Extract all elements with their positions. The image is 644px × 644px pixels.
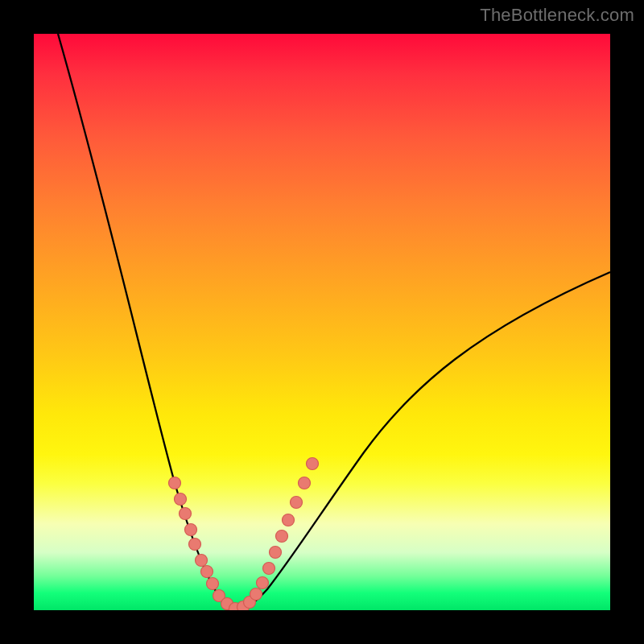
data-dot bbox=[250, 588, 262, 601]
data-dot bbox=[175, 493, 187, 506]
data-dot bbox=[189, 539, 201, 551]
data-dot bbox=[201, 566, 213, 578]
curve-layer bbox=[34, 34, 610, 610]
data-dot bbox=[257, 577, 269, 589]
data-dot bbox=[291, 497, 303, 509]
data-dot bbox=[283, 514, 295, 526]
chart-frame: TheBottleneck.com bbox=[0, 0, 644, 644]
data-dot bbox=[270, 547, 282, 559]
curve-right bbox=[237, 272, 610, 610]
data-dot bbox=[276, 530, 288, 543]
data-dot bbox=[169, 477, 181, 489]
data-dot bbox=[299, 477, 311, 489]
data-dot bbox=[263, 563, 275, 575]
data-dot bbox=[185, 524, 197, 536]
plot-area bbox=[34, 34, 610, 610]
data-dot bbox=[207, 578, 219, 590]
watermark-text: TheBottleneck.com bbox=[480, 5, 634, 26]
data-dot bbox=[196, 555, 208, 567]
curve-left bbox=[58, 34, 237, 610]
data-dot bbox=[180, 508, 192, 520]
data-dot bbox=[307, 458, 319, 470]
dot-group bbox=[169, 458, 319, 611]
